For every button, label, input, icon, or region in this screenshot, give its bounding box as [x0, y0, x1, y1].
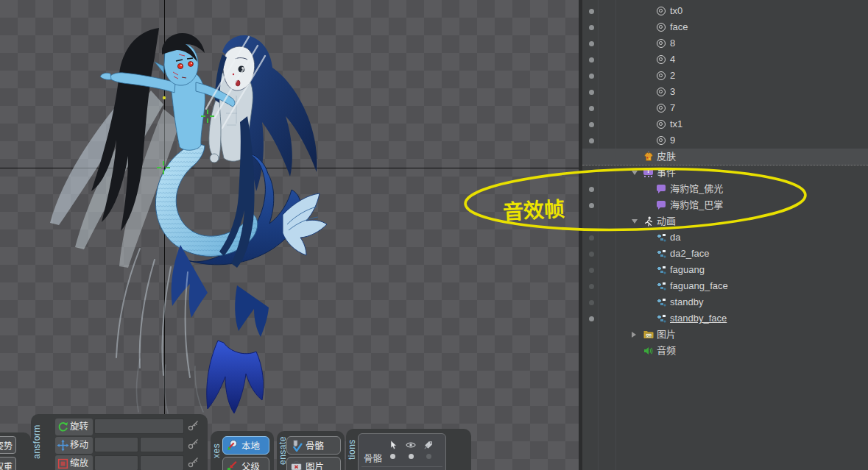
visibility-dot[interactable]	[589, 268, 594, 273]
tree-row-events[interactable]: 事件	[582, 165, 868, 181]
slot-icon	[657, 104, 666, 113]
slot-icon	[657, 71, 666, 80]
tree-row-label: 图片	[657, 327, 676, 343]
animation-icon	[657, 281, 667, 291]
tree-row-label: 7	[670, 100, 675, 116]
visibility-dot[interactable]	[589, 316, 594, 321]
compensate-bones-button[interactable]: 骨骼	[286, 436, 341, 455]
tree-row-slot[interactable]: 2	[582, 68, 868, 84]
options-row-bones-label: 骨骼	[364, 451, 382, 465]
visibility-dot[interactable]	[589, 41, 594, 46]
expander-icon[interactable]	[632, 332, 636, 338]
visibility-dot[interactable]	[589, 9, 594, 14]
tree-row-audio[interactable]: 音频	[582, 343, 868, 359]
animation-icon	[657, 265, 667, 275]
rotate-label: 旋转	[70, 419, 88, 435]
tree-row-label: faguang_face	[670, 278, 728, 294]
visibility-dot[interactable]	[589, 106, 594, 111]
visibility-dot[interactable]	[589, 90, 594, 95]
expander-icon[interactable]	[632, 219, 638, 224]
tree-row-skin[interactable]: 皮肤	[582, 149, 868, 165]
slot-icon	[657, 120, 666, 129]
tree-row-animations[interactable]: 动画	[582, 213, 868, 229]
expander-icon[interactable]	[632, 171, 638, 175]
visibility-dot[interactable]	[589, 235, 594, 241]
weight-button[interactable]: 权重	[0, 457, 16, 470]
visibility-dot[interactable]	[589, 74, 594, 79]
tree-row-animation[interactable]: standby	[582, 294, 868, 310]
bones-tag-dot[interactable]	[426, 454, 431, 459]
tree-row-images[interactable]: 图片	[582, 327, 868, 343]
axes-panel-side-label: xes	[211, 431, 222, 470]
move-key-icon[interactable]	[187, 437, 202, 454]
tree-row-animation[interactable]: faguang	[582, 262, 868, 278]
cursor-icon	[388, 440, 398, 450]
viewport-canvas[interactable]	[0, 0, 579, 470]
audio-icon	[643, 346, 654, 356]
move-tool[interactable]: 移动	[55, 437, 93, 454]
tree-row-label: 皮肤	[657, 149, 676, 165]
rotate-tool[interactable]: 旋转	[55, 419, 93, 435]
tree-row-label: faguang	[670, 262, 705, 278]
tree-row-slot[interactable]: tx0	[582, 3, 868, 19]
scale-label: 缩放	[70, 455, 88, 470]
scale-y-input[interactable]	[140, 455, 184, 470]
tag-icon	[423, 440, 434, 450]
tree-row-slot[interactable]: 7	[582, 100, 868, 116]
options-panel: tions 骨骼 图片	[346, 429, 471, 470]
events-icon	[643, 168, 653, 175]
bones-visible-dot[interactable]	[409, 454, 414, 459]
tree-row-label: 4	[670, 51, 675, 68]
tree-row-event[interactable]: 海豹馆_佛光	[582, 181, 868, 197]
visibility-dot[interactable]	[589, 122, 594, 127]
visibility-dot[interactable]	[589, 300, 594, 305]
tree-row-slot[interactable]: 4	[582, 51, 868, 68]
tree-row-animation[interactable]: da	[582, 229, 868, 246]
images-folder-icon	[643, 330, 654, 340]
tree-scrollbar[interactable]	[863, 244, 867, 441]
tree-row-label: 事件	[657, 165, 676, 181]
tree-row-label: 9	[670, 132, 675, 149]
tree-row-slot[interactable]: 9	[582, 132, 868, 149]
bones-select-dot[interactable]	[390, 454, 395, 459]
tree-row-slot[interactable]: face	[582, 19, 868, 35]
tree-row-label: 3	[670, 84, 675, 100]
tree-row-animation[interactable]: da2_face	[582, 246, 868, 262]
tree-row-label: 音频	[657, 343, 676, 359]
pose-panel: 姿势 权重	[0, 432, 31, 470]
visibility-dot[interactable]	[589, 57, 594, 63]
tree-row-event[interactable]: 海豹馆_巴掌	[582, 197, 868, 213]
slot-icon	[657, 7, 666, 15]
move-y-input[interactable]	[140, 437, 184, 452]
tree-row-animation[interactable]: faguang_face	[582, 278, 868, 294]
local-axes-button[interactable]: 本地	[222, 436, 269, 455]
tree-row-slot[interactable]: tx1	[582, 116, 868, 132]
axes-panel: xes 本地 父级	[211, 431, 274, 470]
slot-icon	[657, 39, 666, 48]
rotate-key-icon[interactable]	[187, 419, 202, 435]
rotate-input[interactable]	[94, 419, 184, 434]
animation-icon	[657, 297, 667, 307]
tree-row-slot[interactable]: 3	[582, 84, 868, 100]
pose-button[interactable]: 姿势	[0, 436, 16, 454]
parent-axes-button[interactable]: 父级	[222, 457, 269, 470]
scale-tool[interactable]: 缩放	[55, 455, 93, 470]
tree-row-label: standby	[670, 294, 704, 310]
animation-icon	[657, 232, 667, 243]
move-x-input[interactable]	[94, 437, 138, 452]
compensate-images-button[interactable]: 图片	[286, 457, 341, 470]
visibility-dot[interactable]	[589, 187, 594, 192]
scale-key-icon[interactable]	[187, 455, 202, 470]
tree-row-label: 海豹馆_佛光	[670, 181, 723, 197]
visibility-dot[interactable]	[589, 252, 594, 257]
tree-row-slot[interactable]: 8	[582, 35, 868, 51]
visibility-dot[interactable]	[589, 284, 594, 289]
scene-tree-panel: tx0 face 8 4 2 3 7 tx1 9 皮肤	[579, 0, 868, 470]
scale-x-input[interactable]	[94, 455, 138, 470]
slot-icon	[657, 23, 666, 32]
tree-row-animation-active[interactable]: standby_face	[582, 310, 868, 327]
visibility-dot[interactable]	[589, 138, 594, 143]
visibility-dot[interactable]	[589, 203, 594, 208]
visibility-dot[interactable]	[589, 25, 594, 30]
options-panel-side-label: tions	[347, 429, 357, 470]
